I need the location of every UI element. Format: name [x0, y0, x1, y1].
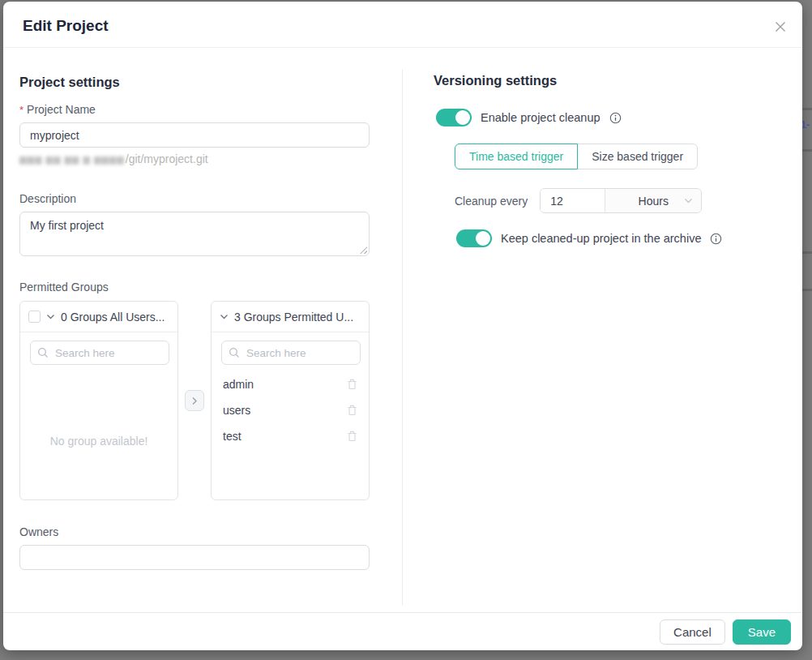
- git-url-suffix: /git/myproject.git: [126, 152, 208, 165]
- all-groups-search-input[interactable]: [30, 341, 169, 365]
- modal-footer: Cancel Save: [3, 612, 802, 650]
- all-groups-panel-title: 0 Groups All Users...: [61, 311, 165, 324]
- edit-project-modal: Edit Project Project settings * Project …: [3, 2, 802, 650]
- group-list-item[interactable]: users: [212, 397, 369, 423]
- keep-archive-label: Keep cleaned-up project in the archive: [501, 232, 701, 245]
- permitted-groups-label: Permitted Groups: [19, 281, 373, 294]
- chevron-down-icon: [220, 314, 229, 320]
- close-button[interactable]: [773, 19, 788, 34]
- column-divider: [402, 69, 403, 606]
- group-name: users: [223, 404, 250, 417]
- trigger-tabs: Time based trigger Size based trigger: [455, 144, 790, 169]
- cleanup-unit-select[interactable]: Hours: [605, 189, 701, 212]
- description-field-wrap: My first project: [19, 212, 370, 256]
- versioning-settings-heading: Versioning settings: [434, 73, 790, 88]
- keep-archive-row: Keep cleaned-up project in the archive: [434, 229, 790, 247]
- close-icon: [774, 20, 787, 33]
- transfer-controls: [178, 301, 211, 500]
- search-icon: [37, 347, 49, 358]
- enable-cleanup-toggle[interactable]: [436, 109, 472, 126]
- info-icon[interactable]: [710, 233, 722, 245]
- tab-time-based-trigger[interactable]: Time based trigger: [455, 144, 578, 169]
- delete-group-button[interactable]: [347, 431, 357, 442]
- chevron-right-icon: [190, 396, 199, 405]
- delete-group-button[interactable]: [347, 379, 357, 390]
- cleanup-every-row: Cleanup every Hours: [455, 188, 790, 213]
- no-group-available-text: No group available!: [20, 435, 177, 448]
- info-icon: [710, 233, 722, 245]
- tab-size-based-trigger[interactable]: Size based trigger: [577, 144, 698, 169]
- permitted-groups-search-input[interactable]: [221, 341, 361, 365]
- git-url-redacted-host: ▆▆▆ ▆▆ ▆▆ ▆ ▆▆▆▆: [19, 154, 125, 165]
- toggle-knob: [476, 231, 490, 246]
- cleanup-unit-value: Hours: [639, 195, 669, 208]
- save-button[interactable]: Save: [733, 619, 791, 645]
- project-name-label: Project Name: [27, 103, 96, 116]
- permitted-groups-panel-header[interactable]: 3 Groups Permitted U...: [212, 302, 369, 332]
- cleanup-interval-group: Hours: [540, 188, 702, 213]
- project-settings-heading: Project settings: [19, 75, 373, 90]
- owners-input[interactable]: [19, 545, 370, 570]
- group-name: test: [223, 430, 241, 443]
- enable-cleanup-label: Enable project cleanup: [481, 111, 600, 124]
- select-all-checkbox[interactable]: [28, 311, 41, 323]
- git-url: ▆▆▆ ▆▆ ▆▆ ▆ ▆▆▆▆ /git/myproject.git: [19, 152, 373, 165]
- cancel-button[interactable]: Cancel: [660, 619, 725, 645]
- enable-cleanup-row: Enable project cleanup: [434, 109, 790, 126]
- permitted-groups-search: [221, 341, 359, 365]
- modal-header: Edit Project: [3, 2, 802, 48]
- project-settings-column: Project settings * Project Name ▆▆▆ ▆▆ ▆…: [19, 49, 373, 570]
- project-name-input[interactable]: [19, 122, 370, 148]
- project-name-label-row: * Project Name: [19, 103, 373, 116]
- keep-archive-toggle[interactable]: [456, 229, 492, 247]
- owners-label: Owners: [19, 525, 373, 538]
- permitted-groups-list: admin users: [212, 371, 369, 449]
- permitted-groups-panel: 3 Groups Permitted U... admin: [211, 301, 370, 500]
- all-groups-panel: 0 Groups All Users... No group available…: [19, 301, 178, 500]
- group-list-item[interactable]: test: [212, 423, 369, 449]
- trash-icon: [347, 431, 357, 442]
- delete-group-button[interactable]: [347, 405, 357, 416]
- trash-icon: [347, 379, 357, 390]
- move-right-button[interactable]: [185, 390, 204, 411]
- description-textarea[interactable]: My first project: [19, 212, 370, 256]
- all-groups-search: [30, 341, 168, 365]
- info-icon[interactable]: [609, 112, 622, 124]
- cleanup-value-input[interactable]: [541, 189, 605, 212]
- permitted-groups-panel-title: 3 Groups Permitted U...: [234, 311, 353, 324]
- group-name: admin: [223, 378, 254, 391]
- group-transfer-widget: 0 Groups All Users... No group available…: [19, 301, 370, 500]
- chevron-down-icon: [46, 314, 55, 320]
- toggle-knob: [455, 110, 470, 125]
- group-list-item[interactable]: admin: [212, 371, 369, 397]
- info-icon: [609, 112, 622, 124]
- required-asterisk: *: [19, 104, 24, 116]
- versioning-settings-column: Versioning settings Enable project clean…: [434, 49, 790, 247]
- cleanup-every-label: Cleanup every: [455, 195, 528, 208]
- all-groups-panel-header[interactable]: 0 Groups All Users...: [20, 302, 177, 332]
- trash-icon: [347, 405, 357, 416]
- chevron-down-icon: [684, 198, 693, 204]
- description-label: Description: [19, 192, 373, 205]
- modal-title: Edit Project: [23, 17, 109, 35]
- search-icon: [229, 347, 240, 358]
